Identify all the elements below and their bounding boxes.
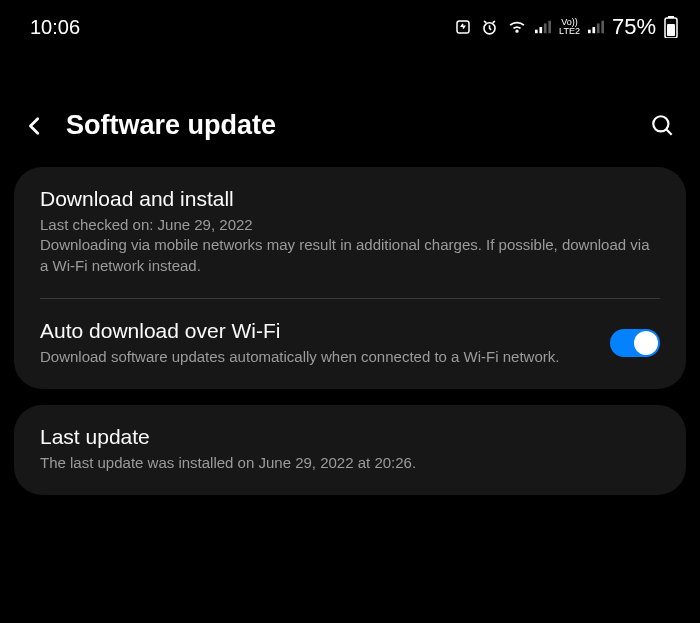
svg-rect-3 [540, 27, 543, 33]
svg-rect-12 [667, 24, 675, 36]
download-install-last-checked: Last checked on: June 29, 2022 [40, 215, 660, 235]
search-button[interactable] [650, 113, 676, 139]
svg-point-13 [653, 116, 668, 131]
svg-rect-7 [592, 27, 595, 33]
svg-rect-2 [535, 30, 538, 34]
auto-download-toggle[interactable] [610, 329, 660, 357]
wifi-icon [507, 19, 527, 35]
battery-icon [664, 16, 678, 38]
update-options-card: Download and install Last checked on: Ju… [14, 167, 686, 389]
download-install-title: Download and install [40, 187, 660, 211]
network-label: Vo)) LTE2 [559, 18, 580, 36]
page-header: Software update [0, 54, 700, 167]
signal-2-icon [588, 20, 604, 34]
recycle-icon [454, 18, 472, 36]
toggle-knob [634, 331, 658, 355]
status-bar: 10:06 Vo)) LTE2 75% [0, 0, 700, 54]
svg-rect-9 [601, 21, 604, 33]
last-update-desc: The last update was installed on June 29… [40, 453, 660, 473]
download-install-row[interactable]: Download and install Last checked on: Ju… [14, 167, 686, 298]
download-install-note: Downloading via mobile networks may resu… [40, 235, 660, 276]
auto-download-desc: Download software updates automatically … [40, 347, 592, 367]
svg-line-14 [666, 129, 671, 134]
last-update-title: Last update [40, 425, 660, 449]
auto-download-title: Auto download over Wi-Fi [40, 319, 592, 343]
svg-rect-5 [548, 21, 551, 33]
auto-download-row[interactable]: Auto download over Wi-Fi Download softwa… [14, 299, 686, 389]
alarm-icon [480, 18, 499, 37]
last-update-row[interactable]: Last update The last update was installe… [14, 405, 686, 495]
clock: 10:06 [30, 16, 80, 39]
page-title: Software update [66, 110, 630, 141]
svg-rect-6 [588, 30, 591, 34]
status-right: Vo)) LTE2 75% [454, 14, 678, 40]
last-update-card: Last update The last update was installe… [14, 405, 686, 495]
back-button[interactable] [24, 115, 46, 137]
svg-rect-4 [544, 23, 547, 33]
signal-1-icon [535, 20, 551, 34]
svg-rect-8 [597, 23, 600, 33]
battery-percent: 75% [612, 14, 656, 40]
